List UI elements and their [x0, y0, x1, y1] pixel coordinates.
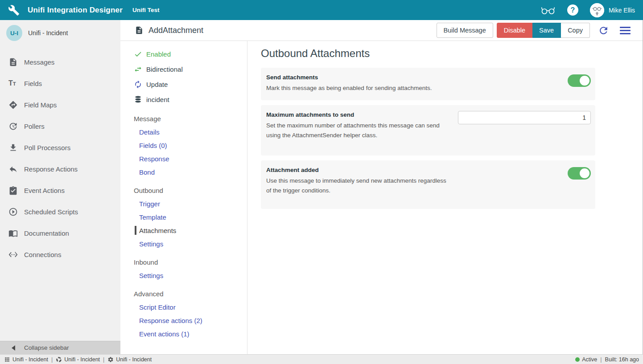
main-content: Outbound Attachments Send attachments Ma…: [247, 41, 643, 354]
sidebar-item-fields[interactable]: TT Fields: [0, 73, 120, 94]
collapse-sidebar-label: Collapse sidebar: [24, 344, 69, 351]
sidebar-item-messages[interactable]: Messages: [0, 51, 120, 73]
status-label: incident: [146, 96, 169, 103]
subnav-section-message: Message: [120, 112, 247, 125]
sidebar-item-label: Messages: [24, 58, 54, 66]
clock-refresh-icon: [8, 122, 18, 131]
subnav-link-event-actions[interactable]: Event actions (1): [120, 327, 247, 340]
copy-button[interactable]: Copy: [561, 23, 590, 38]
save-button[interactable]: Save: [532, 23, 561, 38]
connections-icon: [8, 250, 18, 259]
sidebar-item-documentation[interactable]: Documentation: [0, 222, 120, 244]
statusbar: Unifi - Incident | Unifi - Incident | Un…: [0, 354, 643, 364]
setting-card-send-attachments: Send attachments Mark this message as be…: [261, 68, 595, 100]
integration-header[interactable]: U-I Unifi - Incident: [0, 20, 120, 46]
swap-arrows-icon: [134, 65, 142, 74]
status-bidirectional[interactable]: Bidirectional: [120, 61, 247, 77]
subnav-link-trigger[interactable]: Trigger: [120, 197, 247, 210]
send-attachments-toggle[interactable]: [568, 74, 591, 87]
help-icon[interactable]: ?: [567, 4, 578, 16]
subnav-link-inbound-settings[interactable]: Settings: [120, 269, 247, 282]
sidebar-item-label: Pollers: [24, 123, 45, 130]
environment-name[interactable]: Unifi Test: [132, 7, 160, 13]
subnav-link-template[interactable]: Template: [120, 210, 247, 224]
document-icon: [8, 57, 18, 67]
page-header: AddAttachment Build Message Disable Save…: [120, 20, 643, 41]
setting-description: Use this message to immediately send new…: [266, 176, 449, 196]
glasses-icon[interactable]: [540, 5, 556, 15]
integration-avatar: U-I: [6, 25, 22, 41]
sidebar-item-response-actions[interactable]: Response Actions: [0, 158, 120, 180]
database-icon: [134, 95, 142, 104]
user-name[interactable]: Mike Ellis: [609, 7, 635, 14]
max-attachments-input[interactable]: [458, 111, 591, 124]
sidebar-item-pollers[interactable]: Pollers: [0, 115, 120, 137]
page-title: AddAttachment: [148, 26, 203, 35]
subnav-link-attachments[interactable]: Attachments: [120, 224, 247, 237]
separator: |: [600, 356, 602, 363]
grid-icon: [4, 356, 10, 363]
active-status-dot: [575, 357, 580, 362]
separator: |: [103, 356, 104, 363]
subnav-section-advanced: Advanced: [120, 287, 247, 300]
download-icon: [8, 143, 18, 152]
status-enabled[interactable]: Enabled: [120, 46, 247, 61]
clipboard-check-icon: [8, 186, 18, 195]
attachment-added-toggle[interactable]: [568, 167, 591, 180]
sidebar-item-label: Fields: [24, 80, 42, 87]
subnav-link-response[interactable]: Response: [120, 152, 247, 165]
topbar: Unifi Integration Designer Unifi Test ? …: [0, 0, 643, 20]
sidebar-item-label: Event Actions: [24, 187, 65, 194]
statusbar-app-grid[interactable]: Unifi - Incident: [4, 356, 48, 363]
subnav-link-script-editor[interactable]: Script Editor: [120, 300, 247, 314]
message-subnav: Enabled Bidirectional Update incident Me…: [120, 41, 247, 354]
statusbar-app-label: Unifi - Incident: [116, 356, 152, 363]
subnav-section-inbound: Inbound: [120, 255, 247, 269]
sidebar-item-label: Scheduled Scripts: [24, 208, 78, 216]
open-book-icon: [8, 229, 18, 238]
statusbar-app-integration[interactable]: Unifi - Incident: [56, 356, 100, 363]
sidebar-item-field-maps[interactable]: Field Maps: [0, 94, 120, 115]
menu-icon[interactable]: [620, 27, 631, 34]
integration-name: Unifi - Incident: [28, 29, 68, 37]
build-message-button[interactable]: Build Message: [437, 23, 493, 38]
sidebar-item-label: Documentation: [24, 229, 69, 237]
app-title: Unifi Integration Designer: [28, 6, 123, 15]
message-document-icon: [135, 26, 144, 35]
diamond-arrow-icon: [8, 100, 18, 110]
active-status-label: Active: [582, 356, 597, 363]
setting-label: Attachment added: [266, 167, 588, 173]
statusbar-app-settings[interactable]: Unifi - Incident: [107, 356, 152, 363]
sidebar-item-connections[interactable]: Connections: [0, 244, 120, 265]
sync-icon: [134, 80, 142, 89]
status-label: Bidirectional: [146, 65, 183, 73]
check-icon: [134, 50, 142, 58]
separator: |: [51, 356, 53, 363]
sidebar-item-label: Response Actions: [24, 165, 78, 173]
workarea: AddAttachment Build Message Disable Save…: [120, 20, 643, 354]
status-label: Enabled: [146, 50, 171, 58]
collapse-sidebar-button[interactable]: Collapse sidebar: [0, 341, 120, 354]
sidebar-item-event-actions[interactable]: Event Actions: [0, 180, 120, 201]
statusbar-app-label: Unifi - Incident: [12, 356, 48, 363]
status-update[interactable]: Update: [120, 77, 247, 92]
content-title: Outbound Attachments: [261, 47, 630, 60]
sidebar-item-poll-processors[interactable]: Poll Processors: [0, 137, 120, 158]
subnav-link-details[interactable]: Details: [120, 125, 247, 139]
setting-description: Mark this message as being enabled for s…: [266, 83, 449, 93]
subnav-link-outbound-settings[interactable]: Settings: [120, 237, 247, 250]
subnav-link-fields[interactable]: Fields (0): [120, 139, 247, 152]
sidebar-item-scheduled-scripts[interactable]: Scheduled Scripts: [0, 201, 120, 222]
refresh-icon[interactable]: [598, 25, 609, 36]
disable-button[interactable]: Disable: [497, 23, 532, 38]
subnav-link-response-actions[interactable]: Response actions (2): [120, 314, 247, 327]
subnav-link-bond[interactable]: Bond: [120, 165, 247, 179]
setting-card-max-attachments: Maximum attachments to send Set the maxi…: [261, 105, 595, 155]
setting-card-attachment-added: Attachment added Use this message to imm…: [261, 160, 595, 209]
user-avatar[interactable]: [590, 3, 604, 17]
sidebar-menu: Messages TT Fields Field Maps Pollers Po…: [0, 51, 120, 265]
setting-label: Send attachments: [266, 74, 588, 81]
help-glyph: ?: [570, 6, 575, 14]
status-table-incident[interactable]: incident: [120, 92, 247, 107]
play-circle-icon: [8, 207, 18, 217]
